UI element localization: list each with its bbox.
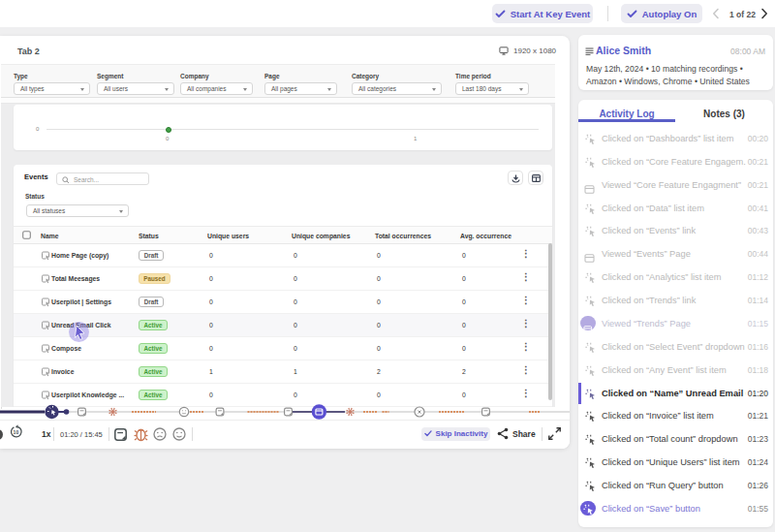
svg-text:10: 10 bbox=[14, 429, 19, 435]
